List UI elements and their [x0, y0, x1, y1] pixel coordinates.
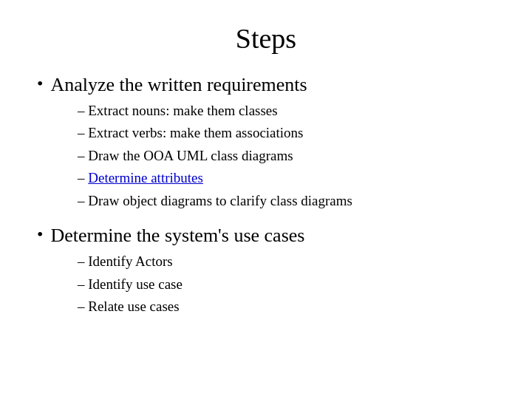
sub-item-1d-prefix: –: [78, 170, 88, 185]
bullet-main-1: • Analyze the written requirements: [37, 72, 495, 98]
bullet-section-1: • Analyze the written requirements – Ext…: [37, 72, 495, 211]
slide-container: Steps • Analyze the written requirements…: [0, 0, 532, 399]
slide-title: Steps: [37, 22, 495, 55]
sub-items-2: – Identify Actors – Identify use case – …: [78, 251, 495, 318]
sub-item-1b: – Extract verbs: make them associations: [78, 123, 495, 144]
sub-item-2a: – Identify Actors: [78, 251, 495, 273]
sub-item-1e: – Draw object diagrams to clarify class …: [78, 191, 495, 212]
bullet-dot-1: •: [37, 74, 43, 94]
sub-item-1a: – Extract nouns: make them classes: [78, 100, 495, 122]
content-area: • Analyze the written requirements – Ext…: [37, 72, 495, 377]
bullet-text-2: Determine the system's use cases: [50, 223, 304, 248]
sub-item-1c: – Draw the OOA UML class diagrams: [78, 146, 495, 167]
bullet-main-2: • Determine the system's use cases: [37, 223, 495, 248]
sub-item-2b: – Identify use case: [78, 274, 495, 296]
sub-item-1d: – Determine attributes: [78, 168, 495, 189]
sub-items-1: – Extract nouns: make them classes – Ext…: [78, 100, 495, 212]
bullet-dot-2: •: [37, 225, 43, 245]
bullet-section-2: • Determine the system's use cases – Ide…: [37, 223, 495, 317]
sub-item-2c: – Relate use cases: [78, 296, 495, 318]
bullet-text-1: Analyze the written requirements: [50, 72, 307, 98]
determine-attributes-link[interactable]: Determine attributes: [88, 170, 203, 185]
